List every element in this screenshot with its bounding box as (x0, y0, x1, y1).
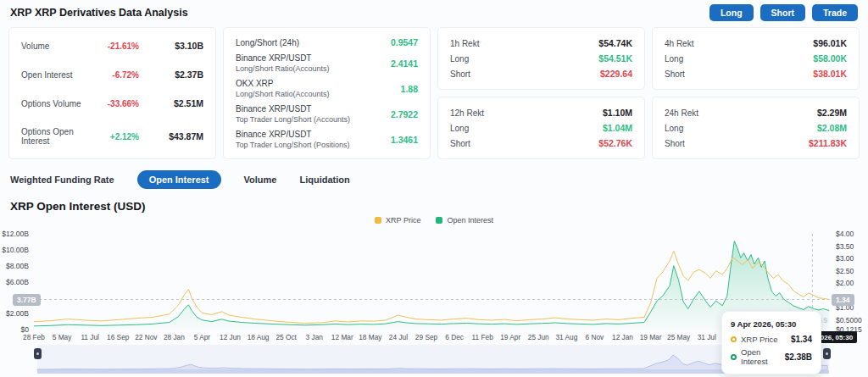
chart-area: XRP Price Open Interest $12.00B$10.00B$8… (0, 212, 868, 377)
crosshair-right-axis-pill: 1.34 (832, 294, 854, 306)
rekt-column-1: 1h Rekt$54.74K Long$54.51K Short$229.64 … (437, 27, 645, 159)
stat-label: Options Volume (21, 99, 88, 108)
tooltip-row-price: XRP Price $1.34 (731, 335, 812, 344)
rekt-total: $96.01K (813, 38, 847, 48)
tooltip-series-value: $1.34 (791, 335, 812, 344)
ratio-sublabel: Long/Short Ratio(Accounts) (236, 64, 391, 73)
ratio-value: 0.9547 (391, 37, 418, 47)
stat-label: Volume (21, 42, 88, 51)
tooltip-time: 9 Apr 2026, 05:30 (731, 319, 812, 329)
svg-text:$8.00B: $8.00B (6, 262, 29, 270)
stat-label: Open Interest (21, 70, 88, 80)
rekt-short-label: Short (450, 139, 598, 148)
svg-text:$2.50: $2.50 (836, 267, 854, 275)
ratio-row: OKX XRP Long/Short Ratio(Accounts) 1.88 (236, 79, 418, 98)
svg-text:18 Aug: 18 Aug (248, 333, 270, 341)
rekt-long-label: Long (665, 54, 813, 64)
svg-text:$6.00B: $6.00B (6, 278, 29, 286)
rekt-card-4h: 4h Rekt$96.01K Long$58.00K Short$38.01K (652, 27, 860, 90)
svg-text:6 Nov: 6 Nov (586, 333, 605, 341)
legend-swatch-price (375, 217, 381, 224)
tab-liquidation[interactable]: Liquidation (299, 175, 349, 185)
rekt-total: $1.10M (603, 108, 632, 118)
ratio-row: Binance XRP/USDT Long/Short Ratio(Accoun… (236, 53, 418, 73)
rekt-title: 24h Rekt (665, 108, 817, 118)
stat-row-open-interest: Open Interest -6.72% $2.37B (21, 69, 203, 80)
tooltip-series-name: Open Interest (741, 347, 781, 366)
ratio-label: Long/Short (24h) (236, 38, 391, 47)
rekt-card-24h: 24h Rekt$2.29M Long$2.08M Short$211.83K (652, 97, 860, 159)
svg-text:25 Oct: 25 Oct (275, 333, 297, 341)
tab-volume[interactable]: Volume (244, 175, 277, 185)
svg-text:19 Mar: 19 Mar (640, 333, 662, 341)
rekt-column-2: 4h Rekt$96.01K Long$58.00K Short$38.01K … (652, 27, 860, 159)
header-buttons: Long Short Trade (709, 4, 858, 21)
rekt-long-value: $1.04M (603, 123, 632, 133)
stat-row-options-volume: Options Volume -33.66% $2.51M (21, 98, 203, 108)
header: XRP XRP Derivatives Data Analysis Long S… (0, 0, 868, 25)
svg-text:5 Apr: 5 Apr (194, 333, 211, 341)
rekt-long-value: $54.51K (598, 53, 632, 64)
stat-row-volume: Volume -21.61% $3.10B (21, 41, 203, 51)
svg-text:22 Nov: 22 Nov (135, 333, 158, 341)
svg-text:6 Dec: 6 Dec (445, 333, 464, 341)
stat-pct: +2.12% (88, 132, 139, 141)
ratio-row: Binance XRP/USDT Top Trader Long/Short (… (236, 104, 418, 124)
tab-weighted-funding-rate[interactable]: Weighted Funding Rate (10, 175, 114, 185)
legend-item-xrp-price[interactable]: XRP Price (375, 216, 420, 225)
rekt-long-label: Long (450, 54, 598, 64)
ratio-label: Binance XRP/USDT (236, 53, 391, 63)
chart-tooltip: 9 Apr 2026, 05:30 XRP Price $1.34 Open I… (721, 311, 821, 374)
stat-value: $2.51M (156, 98, 203, 108)
rekt-card-12h: 12h Rekt$1.10M Long$1.04M Short$52.76K (437, 97, 645, 159)
tooltip-row-open-interest: Open Interest $2.38B (731, 347, 812, 366)
page-title: XRP XRP Derivatives Data Analysis (10, 7, 188, 19)
svg-text:12 Jan: 12 Jan (612, 333, 633, 341)
stat-value: $3.10B (156, 41, 203, 51)
price-dot-icon (731, 336, 737, 342)
rekt-short-label: Short (665, 69, 813, 79)
stat-pct: -33.66% (88, 99, 139, 108)
trade-button[interactable]: Trade (812, 4, 858, 21)
brush-handle-right[interactable] (823, 348, 831, 359)
rekt-title: 4h Rekt (665, 39, 813, 48)
rekt-long-value: $2.08M (817, 123, 847, 133)
svg-text:11 Jul: 11 Jul (81, 333, 99, 341)
svg-text:18 May: 18 May (359, 333, 382, 341)
rekt-long-value: $58.00K (813, 53, 847, 64)
stat-pct: -6.72% (88, 70, 139, 80)
chart-tabs: Weighted Funding Rate Open Interest Volu… (10, 170, 858, 189)
svg-text:$3.00: $3.00 (836, 254, 854, 263)
ratio-value: 1.88 (401, 84, 418, 94)
rekt-short-value: $38.01K (813, 69, 847, 79)
legend-item-open-interest[interactable]: Open Interest (436, 216, 493, 225)
svg-text:$10.00B: $10.00B (2, 246, 29, 254)
svg-text:19 Apr: 19 Apr (500, 333, 520, 341)
stats-panels: Volume -21.61% $3.10B Open Interest -6.7… (8, 27, 860, 159)
svg-text:16 Sep: 16 Sep (107, 333, 130, 341)
ratio-sublabel: Long/Short Ratio(Accounts) (236, 90, 401, 98)
svg-text:31 Jul: 31 Jul (698, 333, 716, 341)
ratio-row: Long/Short (24h) 0.9547 (236, 37, 418, 47)
svg-text:$2.00B: $2.00B (6, 309, 29, 318)
rekt-long-label: Long (450, 124, 603, 133)
short-button[interactable]: Short (760, 4, 805, 21)
ratio-label: OKX XRP (236, 79, 401, 88)
tab-open-interest[interactable]: Open Interest (137, 170, 221, 189)
legend-swatch-oi (436, 217, 442, 224)
ratio-row: Binance XRP/USDT Top Trader Long/Short (… (236, 130, 418, 149)
svg-text:31 Aug: 31 Aug (555, 333, 577, 341)
brush-handle-left[interactable] (34, 348, 42, 359)
svg-text:$12.00B: $12.00B (2, 230, 29, 238)
stat-label: Options Open Interest (21, 127, 88, 146)
ratio-value: 1.3461 (391, 135, 418, 145)
svg-text:28 Feb: 28 Feb (23, 333, 45, 341)
chart-legend: XRP Price Open Interest (0, 216, 868, 225)
svg-text:12 Jun: 12 Jun (220, 333, 241, 341)
svg-text:25 May: 25 May (667, 333, 691, 341)
rekt-short-label: Short (665, 139, 809, 148)
svg-text:$2.00: $2.00 (836, 279, 854, 287)
svg-text:29 Sep: 29 Sep (415, 333, 438, 341)
ratio-sublabel: Top Trader Long/Short (Accounts) (236, 115, 391, 124)
long-button[interactable]: Long (709, 4, 754, 21)
